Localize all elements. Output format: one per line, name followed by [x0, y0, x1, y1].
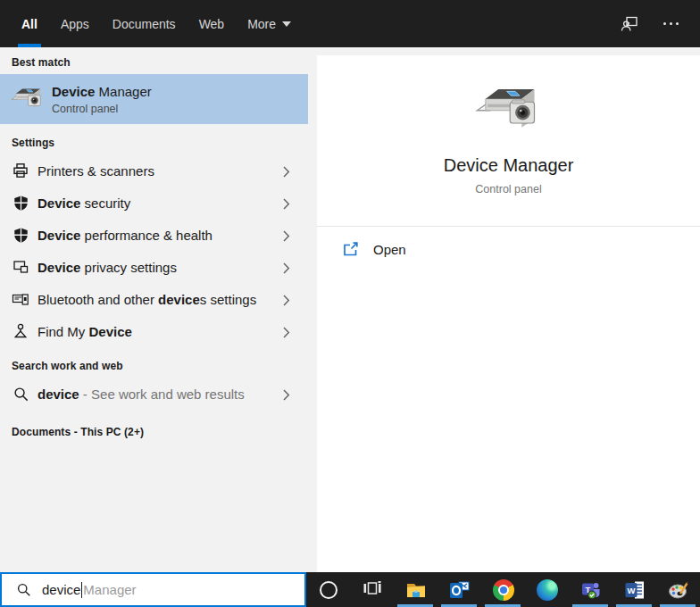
- chevron-right-icon: [283, 294, 290, 310]
- best-match-title: Device Manager: [52, 84, 152, 99]
- open-external-icon: [342, 240, 360, 258]
- settings-section-header: Settings: [0, 124, 308, 154]
- result-label: device - See work and web results: [38, 387, 245, 402]
- tab-documents[interactable]: Documents: [112, 0, 176, 47]
- chrome-icon: [493, 579, 514, 601]
- defender-shield-icon: [12, 194, 29, 212]
- open-action-row[interactable]: Open: [317, 227, 700, 271]
- cortana-icon: [320, 581, 338, 599]
- result-label: Device performance & health: [38, 228, 212, 243]
- preview-card: Device Manager Control panel Open: [317, 55, 700, 572]
- search-suggestion-text: Manager: [83, 582, 136, 597]
- tab-web[interactable]: Web: [199, 0, 225, 47]
- search-icon: [12, 385, 29, 403]
- chevron-right-icon: [283, 229, 290, 245]
- paint-icon: [668, 579, 689, 601]
- user-account-icon[interactable]: [620, 14, 639, 34]
- taskbar-cortana-button[interactable]: [306, 572, 350, 607]
- defender-shield-icon: [12, 226, 29, 244]
- svg-text:W: W: [627, 585, 635, 595]
- search-query-text: device: [42, 582, 80, 597]
- tab-all[interactable]: All: [21, 0, 38, 47]
- outlook-icon: [449, 579, 471, 601]
- taskbar-teams-button[interactable]: T: [569, 572, 612, 607]
- result-bluetooth-other-devices[interactable]: Bluetooth and other devices settings: [0, 283, 308, 315]
- text-caret: [81, 582, 82, 598]
- chevron-right-icon: [283, 165, 290, 181]
- best-match-result-device-manager[interactable]: Device Manager Control panel: [0, 74, 308, 124]
- tab-apps-label: Apps: [61, 17, 89, 31]
- chevron-right-icon: [283, 326, 290, 342]
- result-label: Device privacy settings: [38, 260, 177, 275]
- taskbar-outlook-button[interactable]: [438, 572, 481, 607]
- best-match-subtitle: Control panel: [52, 103, 152, 115]
- result-label: Bluetooth and other devices settings: [38, 292, 256, 307]
- taskbar-chrome-button[interactable]: [481, 572, 525, 607]
- search-input[interactable]: device Manager: [0, 572, 306, 607]
- result-device-performance-health[interactable]: Device performance & health: [0, 219, 308, 251]
- task-view-icon: [362, 578, 382, 602]
- documents-section-header[interactable]: Documents - This PC (2+): [0, 410, 308, 444]
- map-pin-icon: [12, 322, 29, 340]
- device-manager-icon: [11, 83, 45, 115]
- chevron-right-icon: [283, 197, 290, 213]
- printer-icon: [12, 162, 29, 179]
- result-label: Device security: [38, 195, 130, 211]
- result-device-privacy-settings[interactable]: Device privacy settings: [0, 251, 308, 283]
- chevron-right-icon: [283, 388, 290, 404]
- preview-title: Device Manager: [317, 155, 700, 176]
- result-printers-scanners[interactable]: Printers & scanners: [0, 154, 308, 187]
- taskbar-word-button[interactable]: W: [612, 572, 656, 607]
- search-flyout-topbar: All Apps Documents Web More: [0, 0, 700, 47]
- tab-more-label: More: [247, 17, 276, 31]
- taskbar-file-explorer-button[interactable]: [394, 572, 438, 607]
- preview-subtitle: Control panel: [317, 183, 700, 195]
- result-label: Find My Device: [38, 324, 132, 339]
- result-web-search-device[interactable]: device - See work and web results: [0, 378, 308, 410]
- keyboard-phone-icon: [12, 290, 29, 308]
- teams-icon: T: [580, 579, 602, 601]
- taskbar-paint-button[interactable]: [656, 572, 700, 607]
- best-match-header: Best match: [0, 47, 308, 74]
- device-manager-icon: [475, 79, 543, 137]
- chevron-down-icon: [282, 21, 291, 27]
- search-results-panel: Best match Device Manager Control pane: [0, 47, 308, 572]
- taskbar: T W: [306, 572, 700, 607]
- search-icon: [16, 582, 31, 597]
- taskbar-task-view-button[interactable]: [350, 572, 394, 607]
- preview-panel-area: Device Manager Control panel Open: [308, 47, 700, 572]
- tab-all-label: All: [21, 17, 38, 31]
- open-action-label: Open: [373, 242, 406, 257]
- tab-apps[interactable]: Apps: [61, 0, 89, 47]
- taskbar-edge-button[interactable]: [525, 572, 569, 607]
- chevron-right-icon: [283, 262, 290, 278]
- devices-privacy-icon: [12, 258, 29, 276]
- result-label: Printers & scanners: [38, 163, 154, 179]
- search-filter-tabs: All Apps Documents Web More: [21, 0, 291, 47]
- more-options-icon[interactable]: [661, 14, 680, 34]
- search-web-section-header: Search work and web: [0, 347, 308, 378]
- word-icon: W: [624, 579, 646, 601]
- result-find-my-device[interactable]: Find My Device: [0, 315, 308, 347]
- tab-web-label: Web: [199, 17, 225, 31]
- result-device-security[interactable]: Device security: [0, 187, 308, 219]
- file-explorer-icon: [405, 579, 427, 601]
- edge-icon: [537, 579, 558, 601]
- tab-documents-label: Documents: [112, 17, 176, 31]
- tab-more[interactable]: More: [247, 0, 291, 47]
